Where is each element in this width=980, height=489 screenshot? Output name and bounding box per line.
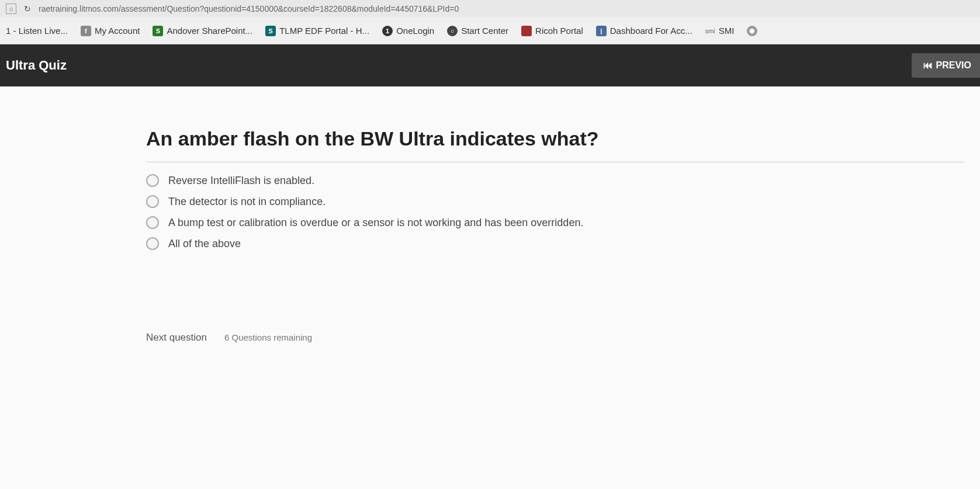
bookmark-ricoh-portal[interactable]: Ricoh Portal bbox=[521, 26, 583, 36]
radio-icon[interactable] bbox=[146, 237, 159, 250]
quiz-footer: Next question 6 Questions remaining bbox=[146, 332, 980, 344]
question-text: An amber flash on the BW Ultra indicates… bbox=[146, 127, 980, 150]
bookmark-listen-live[interactable]: 1 - Listen Live... bbox=[6, 26, 68, 36]
bookmark-label: 1 - Listen Live... bbox=[6, 26, 68, 36]
previous-label: PREVIO bbox=[936, 60, 971, 71]
radio-icon[interactable] bbox=[146, 195, 159, 208]
option-label: A bump test or calibration is overdue or… bbox=[168, 217, 583, 229]
bookmark-label: OneLogin bbox=[396, 26, 434, 36]
option-label: The detector is not in compliance. bbox=[168, 196, 325, 208]
home-icon[interactable]: ⌂ bbox=[6, 4, 16, 14]
dashboard-icon: | bbox=[596, 26, 607, 36]
option-1[interactable]: Reverse IntelliFlash is enabled. bbox=[146, 174, 980, 187]
option-label: Reverse IntelliFlash is enabled. bbox=[168, 175, 314, 187]
bookmark-extra[interactable]: ◉ bbox=[747, 26, 757, 36]
bookmark-label: Dashboard For Acc... bbox=[610, 26, 692, 36]
previous-button[interactable]: ⏮ PREVIO bbox=[912, 53, 980, 78]
bookmark-my-account[interactable]: f My Account bbox=[81, 26, 140, 36]
reload-icon[interactable]: ↻ bbox=[22, 4, 33, 14]
quiz-content: An amber flash on the BW Ultra indicates… bbox=[0, 86, 980, 489]
options-list: Reverse IntelliFlash is enabled. The det… bbox=[146, 174, 980, 250]
start-center-icon: ○ bbox=[447, 26, 458, 36]
bookmark-label: My Account bbox=[95, 26, 140, 36]
option-3[interactable]: A bump test or calibration is overdue or… bbox=[146, 216, 980, 229]
smi-prefix: smi bbox=[705, 27, 715, 34]
bookmark-label: Start Center bbox=[461, 26, 508, 36]
quiz-header: Ultra Quiz ⏮ PREVIO bbox=[0, 44, 980, 86]
bookmark-label: SMI bbox=[719, 26, 735, 36]
bookmark-label: Andover SharePoint... bbox=[167, 26, 252, 36]
onelogin-icon: 1 bbox=[382, 26, 393, 36]
radio-icon[interactable] bbox=[146, 174, 159, 187]
ricoh-icon bbox=[521, 26, 532, 36]
bookmark-andover-sharepoint[interactable]: S Andover SharePoint... bbox=[153, 26, 252, 36]
bookmark-dashboard-acc[interactable]: | Dashboard For Acc... bbox=[596, 26, 692, 36]
bookmark-label: Ricoh Portal bbox=[535, 26, 583, 36]
questions-remaining: 6 Questions remaining bbox=[224, 332, 312, 342]
option-2[interactable]: The detector is not in compliance. bbox=[146, 195, 980, 208]
quiz-title: Ultra Quiz bbox=[6, 58, 67, 73]
globe-icon: ◉ bbox=[747, 26, 757, 36]
option-4[interactable]: All of the above bbox=[146, 237, 980, 250]
bookmark-icon: f bbox=[81, 26, 91, 36]
rewind-icon: ⏮ bbox=[923, 60, 933, 71]
sharepoint-icon: S bbox=[153, 26, 163, 36]
divider bbox=[146, 162, 964, 162]
bookmark-onelogin[interactable]: 1 OneLogin bbox=[382, 26, 434, 36]
option-label: All of the above bbox=[168, 238, 241, 250]
bookmarks-bar: 1 - Listen Live... f My Account S Andove… bbox=[0, 18, 980, 44]
bookmark-start-center[interactable]: ○ Start Center bbox=[447, 26, 508, 36]
next-question-button[interactable]: Next question bbox=[146, 332, 207, 344]
sharepoint-icon: S bbox=[265, 26, 276, 36]
radio-icon[interactable] bbox=[146, 216, 159, 229]
bookmark-label: TLMP EDF Portal - H... bbox=[279, 26, 369, 36]
bookmark-smi[interactable]: smi SMI bbox=[705, 26, 735, 36]
bookmark-tlmp-edf[interactable]: S TLMP EDF Portal - H... bbox=[265, 26, 369, 36]
url-text[interactable]: raetraining.litmos.com/assessment/Questi… bbox=[39, 4, 459, 13]
url-bar: ⌂ ↻ raetraining.litmos.com/assessment/Qu… bbox=[0, 0, 980, 18]
